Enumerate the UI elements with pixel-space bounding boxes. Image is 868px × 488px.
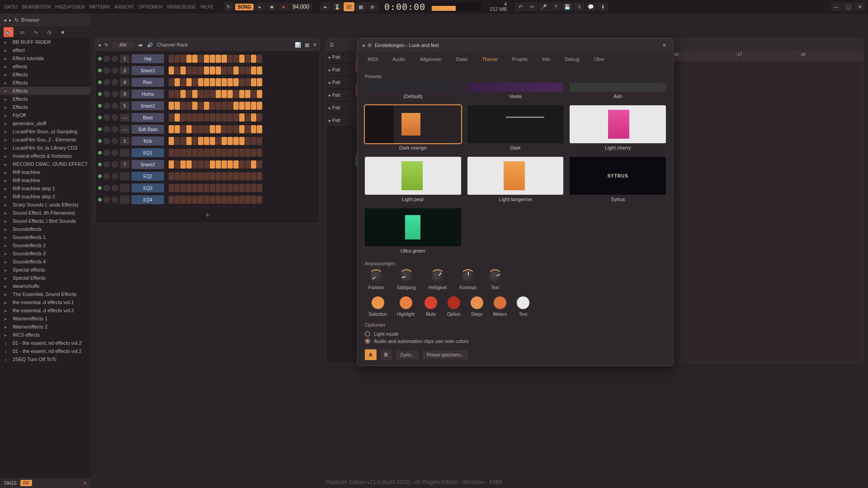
- step-button[interactable]: [169, 196, 174, 204]
- channel-enable-dot[interactable]: [98, 57, 102, 61]
- step-button[interactable]: [245, 125, 250, 133]
- playlist-track-label[interactable]: ▸ Patt: [326, 114, 356, 127]
- step-button[interactable]: [233, 196, 239, 204]
- step-button[interactable]: [210, 125, 215, 133]
- tags-close-icon[interactable]: ✕: [83, 480, 87, 486]
- settings-tab-datei[interactable]: Datei: [450, 55, 474, 64]
- step-button[interactable]: [227, 90, 233, 98]
- channel-name-button[interactable]: Snare2: [132, 160, 164, 169]
- browser-item[interactable]: ▸the essential..d effects vol.1: [0, 298, 90, 306]
- channel-name-button[interactable]: Hat: [132, 54, 164, 63]
- step-button[interactable]: [180, 184, 186, 192]
- step-button[interactable]: [251, 125, 256, 133]
- step-button[interactable]: [204, 78, 209, 86]
- browser-item[interactable]: ▸Soundeffects 4: [0, 258, 90, 266]
- save-icon[interactable]: 💾: [562, 2, 573, 11]
- step-button[interactable]: [186, 113, 192, 122]
- browser-item[interactable]: ♪01 - the essent..nd effects vol.2: [0, 347, 90, 355]
- mute-color-swatch[interactable]: [425, 296, 437, 309]
- step-button[interactable]: [216, 149, 221, 157]
- step-button[interactable]: [233, 102, 239, 110]
- selection-color-swatch[interactable]: [372, 296, 384, 309]
- settings-header[interactable]: ◂ ⚙ Einstellungen - Look and feel ✕: [358, 38, 673, 52]
- step-button[interactable]: [180, 78, 186, 86]
- step-button[interactable]: [257, 113, 262, 122]
- step-button[interactable]: [222, 113, 227, 122]
- option-row[interactable]: Light mode: [365, 331, 666, 337]
- step-button[interactable]: [210, 149, 215, 157]
- step-button[interactable]: [186, 172, 192, 180]
- settings-tab-debug[interactable]: Debug: [558, 55, 585, 64]
- farbton-knob[interactable]: [370, 271, 382, 282]
- step-button[interactable]: [233, 125, 239, 133]
- channel-enable-dot[interactable]: [98, 92, 102, 96]
- step-button[interactable]: [251, 113, 256, 122]
- browser-item[interactable]: ▸Soundeffects 3: [0, 249, 90, 258]
- step-button[interactable]: [245, 184, 250, 192]
- channel-rack-header[interactable]: ◂ ↻ Alle ◂▸ 🔊 Channel Rack 📊 ▦ ✕: [95, 38, 320, 51]
- step-button[interactable]: [192, 102, 198, 110]
- horn-icon[interactable]: 🔊: [4, 27, 14, 37]
- step-icon[interactable]: ▦: [355, 2, 366, 11]
- step-button[interactable]: [175, 149, 180, 157]
- record-button[interactable]: ●: [278, 2, 289, 11]
- browser-item[interactable]: ▸Effects: [0, 103, 90, 111]
- channel-vol-knob[interactable]: [112, 67, 118, 74]
- step-button[interactable]: [251, 78, 256, 86]
- step-button[interactable]: [245, 90, 250, 98]
- channel-pan-knob[interactable]: [104, 161, 110, 168]
- ruler-tick[interactable]: 16: [673, 51, 736, 61]
- channel-vol-knob[interactable]: [112, 56, 118, 62]
- helligkeit-knob[interactable]: [432, 271, 443, 282]
- step-button[interactable]: [251, 55, 256, 63]
- step-button[interactable]: [216, 66, 221, 75]
- step-button[interactable]: [233, 137, 239, 145]
- step-button[interactable]: [210, 102, 215, 110]
- browser-item[interactable]: ▸generator_stuff: [0, 119, 90, 127]
- channel-add-button[interactable]: +: [95, 207, 320, 223]
- step-button[interactable]: [192, 113, 198, 122]
- theme-preset-ash[interactable]: Ash: [570, 83, 666, 99]
- browser-item[interactable]: ▸Effects: [0, 79, 90, 87]
- browser-item[interactable]: ▸Soundeffects 2: [0, 241, 90, 249]
- channel-name-button[interactable]: EQ4: [132, 195, 164, 204]
- step-button[interactable]: [169, 172, 174, 180]
- kontrast-knob[interactable]: [462, 271, 474, 282]
- step-button[interactable]: [175, 113, 180, 122]
- sync-icon[interactable]: ↻: [223, 2, 234, 11]
- channel-pan-knob[interactable]: [104, 197, 110, 203]
- step-button[interactable]: [245, 160, 250, 169]
- highlight-color-swatch[interactable]: [400, 296, 412, 309]
- theme-preset-light-tangerine[interactable]: Light tangerine: [467, 157, 564, 202]
- step-button[interactable]: [216, 172, 221, 180]
- step-button[interactable]: [216, 184, 221, 192]
- theme-preset-light-pear[interactable]: Light pear: [365, 157, 461, 202]
- step-button[interactable]: [245, 149, 250, 157]
- step-button[interactable]: [222, 125, 227, 133]
- step-button[interactable]: [216, 125, 221, 133]
- save-preset-button[interactable]: Preset speichern..: [422, 351, 468, 359]
- settings-nav-back-icon[interactable]: ◂: [362, 42, 365, 48]
- step-button[interactable]: [180, 66, 186, 75]
- step-button[interactable]: [233, 66, 239, 75]
- step-button[interactable]: [198, 125, 203, 133]
- step-button[interactable]: [180, 160, 186, 169]
- step-button[interactable]: [169, 66, 174, 75]
- theme-preset-dark-orange[interactable]: Dark orange: [365, 105, 461, 150]
- step-button[interactable]: [239, 78, 245, 86]
- browser-item[interactable]: ▸RECORD CRAC..OUND EFFECT: [0, 160, 90, 168]
- step-button[interactable]: [175, 196, 180, 204]
- step-button[interactable]: [227, 78, 233, 86]
- minimize-button[interactable]: —: [831, 2, 842, 11]
- step-button[interactable]: [227, 160, 233, 169]
- step-button[interactable]: [245, 113, 250, 122]
- step-button[interactable]: [257, 184, 262, 192]
- step-button[interactable]: [251, 172, 256, 180]
- step-button[interactable]: [239, 113, 245, 122]
- step-button[interactable]: [175, 160, 180, 169]
- channel-enable-dot[interactable]: [98, 104, 102, 108]
- step-button[interactable]: [251, 102, 256, 110]
- step-button[interactable]: [245, 55, 250, 63]
- channel-pan-knob[interactable]: [104, 138, 110, 144]
- song-mode-button[interactable]: SONG: [235, 4, 254, 10]
